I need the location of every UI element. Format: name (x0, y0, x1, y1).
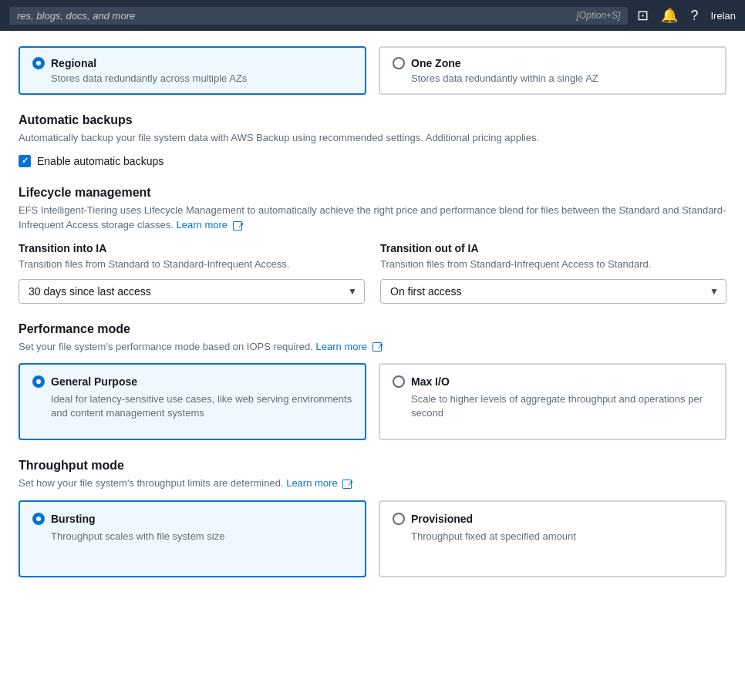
throughput-learn-more-link[interactable]: Learn more (286, 477, 352, 489)
top-bar-icons: ⊡ 🔔 ? Irelan (637, 7, 736, 24)
throughput-mode-description: Set how your file system's throughput li… (19, 476, 726, 491)
lifecycle-management-description: EFS Intelligent-Tiering uses Lifecycle M… (19, 203, 726, 233)
general-purpose-radio[interactable] (32, 375, 45, 388)
transition-into-ia-title: Transition into IA (19, 242, 365, 254)
bursting-radio[interactable] (32, 513, 45, 525)
lifecycle-management-section: Lifecycle management EFS Intelligent-Tie… (19, 186, 726, 304)
provisioned-radio[interactable] (393, 513, 405, 525)
general-purpose-label: General Purpose (51, 375, 137, 388)
one-zone-radio[interactable] (393, 57, 405, 69)
performance-mode-desc-text: Set your file system's performance mode … (19, 341, 313, 352)
automatic-backups-description: Automatically backup your file system da… (19, 130, 726, 146)
terminal-icon[interactable]: ⊡ (637, 7, 649, 24)
max-io-header: Max I/O (393, 375, 713, 388)
automatic-backups-section: Automatic backups Automatically backup y… (19, 113, 726, 167)
lifecycle-learn-more-link[interactable]: Learn more (177, 219, 242, 231)
bell-icon[interactable]: 🔔 (661, 7, 678, 24)
transition-out-of-ia-select[interactable]: None On first access (380, 279, 726, 304)
storage-type-selector: Regional Stores data redundantly across … (19, 46, 726, 95)
provisioned-card[interactable]: Provisioned Throughput fixed at specifie… (379, 500, 726, 577)
throughput-mode-title: Throughput mode (19, 459, 726, 473)
enable-backups-row[interactable]: Enable automatic backups (19, 155, 726, 167)
provisioned-label: Provisioned (411, 513, 473, 525)
page-content: Regional Stores data redundantly across … (0, 31, 745, 700)
help-icon[interactable]: ? (690, 8, 698, 24)
bursting-header: Bursting (32, 513, 352, 525)
one-zone-label: One Zone (411, 57, 461, 69)
lifecycle-management-title: Lifecycle management (19, 186, 726, 200)
top-bar: res, blogs, docs, and more [Option+S] ⊡ … (0, 0, 745, 31)
general-purpose-description: Ideal for latency-sensitive use cases, l… (51, 392, 352, 420)
lifecycle-columns: Transition into IA Transition files from… (19, 242, 726, 304)
provisioned-header: Provisioned (393, 513, 713, 525)
search-placeholder-text: res, blogs, docs, and more (17, 10, 135, 22)
max-io-radio[interactable] (393, 375, 405, 388)
performance-mode-cards: General Purpose Ideal for latency-sensit… (19, 363, 726, 440)
performance-mode-section: Performance mode Set your file system's … (19, 322, 726, 441)
transition-into-ia-select-wrapper: None 7 days since last access 14 days si… (19, 279, 365, 304)
performance-mode-title: Performance mode (19, 322, 726, 336)
general-purpose-header: General Purpose (32, 375, 352, 388)
transition-into-ia-select[interactable]: None 7 days since last access 14 days si… (19, 279, 365, 304)
max-io-card[interactable]: Max I/O Scale to higher levels of aggreg… (379, 363, 726, 440)
enable-backups-checkbox[interactable] (19, 155, 31, 167)
transition-out-of-ia-select-wrapper: None On first access ▼ (380, 279, 726, 304)
storage-regional-header: Regional (32, 57, 352, 69)
search-bar[interactable]: res, blogs, docs, and more [Option+S] (9, 7, 628, 25)
throughput-mode-section: Throughput mode Set how your file system… (19, 459, 726, 577)
bursting-description: Throughput scales with file system size (51, 530, 352, 544)
user-menu[interactable]: Irelan (710, 10, 736, 22)
transition-into-ia-description: Transition files from Standard to Standa… (19, 257, 365, 271)
storage-one-zone-card[interactable]: One Zone Stores data redundantly within … (379, 46, 726, 95)
provisioned-description: Throughput fixed at specified amount (411, 530, 713, 544)
transition-out-of-ia-title: Transition out of IA (380, 242, 726, 254)
max-io-label: Max I/O (411, 375, 450, 388)
general-purpose-card[interactable]: General Purpose Ideal for latency-sensit… (19, 363, 366, 440)
throughput-mode-desc-text: Set how your file system's throughput li… (19, 477, 284, 489)
transition-out-of-ia-column: Transition out of IA Transition files fr… (380, 242, 726, 304)
performance-learn-more-link[interactable]: Learn more (315, 341, 381, 352)
external-link-icon (233, 221, 242, 231)
transition-into-ia-column: Transition into IA Transition files from… (19, 242, 365, 304)
regional-description: Stores data redundantly across multiple … (51, 72, 352, 84)
bursting-label: Bursting (51, 513, 96, 525)
max-io-description: Scale to higher levels of aggregate thro… (411, 392, 713, 420)
storage-one-zone-header: One Zone (393, 57, 713, 69)
throughput-mode-cards: Bursting Throughput scales with file sys… (19, 500, 726, 577)
regional-radio[interactable] (32, 57, 45, 69)
performance-mode-description: Set your file system's performance mode … (19, 339, 726, 355)
bursting-card[interactable]: Bursting Throughput scales with file sys… (19, 500, 366, 577)
automatic-backups-title: Automatic backups (19, 113, 726, 127)
throughput-external-link-icon (342, 480, 352, 489)
performance-external-link-icon (372, 342, 382, 352)
transition-out-of-ia-description: Transition files from Standard-Infrequen… (380, 257, 726, 271)
search-shortcut: [Option+S] (576, 10, 620, 21)
regional-label: Regional (51, 57, 96, 69)
one-zone-description: Stores data redundantly within a single … (411, 72, 713, 84)
lifecycle-desc-text: EFS Intelligent-Tiering uses Lifecycle M… (19, 204, 726, 231)
enable-backups-label: Enable automatic backups (37, 155, 163, 167)
storage-regional-card[interactable]: Regional Stores data redundantly across … (19, 46, 366, 95)
